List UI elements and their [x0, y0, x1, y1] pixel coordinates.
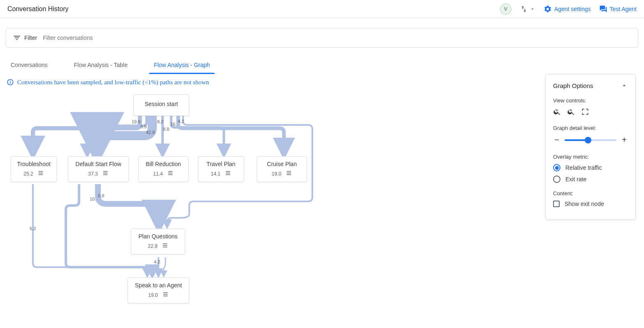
- radio-label: Exit rate: [565, 176, 586, 182]
- list-icon[interactable]: [102, 170, 109, 178]
- edge-label: 19.9: [132, 119, 140, 124]
- edge-label: 10.: [90, 196, 96, 201]
- node-metric: 19.0: [272, 171, 281, 177]
- page-title: Conversation History: [7, 5, 500, 13]
- node-title: Speak to an Agent: [135, 282, 182, 289]
- node-title: Travel Plan: [207, 161, 235, 167]
- filter-label-group: Filter: [13, 34, 37, 42]
- list-icon[interactable]: [162, 291, 169, 299]
- flow-edges-svg: [0, 86, 531, 328]
- node-title: Bill Reduction: [146, 161, 181, 167]
- edge-label: 6.9: [98, 193, 104, 198]
- chat-icon: [599, 5, 607, 13]
- list-icon[interactable]: [167, 170, 174, 178]
- node-metric: 37.3: [88, 171, 98, 177]
- gear-icon: [544, 5, 552, 13]
- radio-exit-rate[interactable]: Exit rate: [553, 176, 628, 183]
- list-icon[interactable]: [37, 170, 44, 178]
- zoom-in-icon[interactable]: [553, 108, 561, 116]
- filter-input[interactable]: [43, 35, 631, 41]
- chevron-down-icon: [530, 6, 535, 12]
- checkbox-icon: [553, 201, 560, 207]
- edge-label: 4.2: [154, 259, 160, 264]
- overlay-metric-label: Overlay metric:: [553, 154, 628, 160]
- list-icon[interactable]: [162, 242, 168, 250]
- node-speak-agent[interactable]: Speak to an Agent 19.0: [128, 277, 189, 303]
- slider-thumb[interactable]: [585, 137, 591, 143]
- content-label: Content:: [553, 190, 628, 196]
- detail-slider-row: − +: [553, 135, 628, 145]
- agent-settings-button[interactable]: Agent settings: [544, 5, 591, 13]
- detail-increase[interactable]: +: [621, 135, 628, 145]
- panel-title: Graph Options: [553, 82, 593, 89]
- tab-conversations[interactable]: Conversations: [6, 58, 53, 74]
- edge-label: 4.2: [178, 119, 184, 124]
- flow-canvas[interactable]: Session start Troubleshoot 25.2 Default …: [0, 86, 531, 328]
- panel-header[interactable]: Graph Options: [553, 82, 628, 89]
- node-default-start-flow[interactable]: Default Start Flow 37.3: [68, 156, 129, 182]
- filter-bar: Filter: [6, 28, 638, 48]
- node-travel-plan[interactable]: Travel Plan 14.1: [198, 156, 244, 182]
- filter-icon: [13, 34, 21, 42]
- zoom-out-icon[interactable]: [567, 108, 575, 116]
- edge-label: 42.8: [146, 130, 155, 135]
- radio-icon: [553, 164, 560, 171]
- radio-label: Relative traffic: [565, 164, 602, 171]
- node-cruise-plan[interactable]: Cruise Plan 19.0: [257, 156, 307, 182]
- fit-screen-icon[interactable]: [581, 108, 589, 116]
- tab-flow-graph[interactable]: Flow Analysis - Graph: [149, 58, 215, 74]
- edge-label: 9.5: [140, 124, 146, 129]
- detail-slider[interactable]: [565, 139, 616, 141]
- list-icon[interactable]: [286, 170, 292, 178]
- node-metric: 11.4: [153, 171, 163, 177]
- info-icon: [7, 79, 14, 86]
- node-session-start[interactable]: Session start: [133, 95, 189, 116]
- node-title: Plan Questions: [139, 233, 178, 240]
- radio-relative-traffic[interactable]: Relative traffic: [553, 164, 628, 171]
- view-controls: [553, 108, 628, 116]
- radio-icon: [553, 176, 560, 183]
- check-label: Show exit node: [565, 201, 604, 207]
- filter-label: Filter: [24, 35, 37, 41]
- avatar[interactable]: V: [500, 3, 511, 15]
- node-metric: 14.1: [211, 171, 220, 177]
- node-metric: 22.9: [148, 243, 157, 249]
- node-metric: 25.2: [23, 171, 33, 177]
- check-show-exit-node[interactable]: Show exit node: [553, 201, 628, 207]
- edge-label: 8.8: [163, 127, 169, 132]
- tabs: Conversations Flow Analysis - Table Flow…: [0, 58, 644, 74]
- node-title: Cruise Plan: [267, 161, 297, 167]
- view-controls-label: View controls:: [553, 97, 628, 104]
- swap-vert-icon: [520, 5, 528, 13]
- edge-label: 16.: [170, 122, 177, 127]
- list-icon[interactable]: [225, 170, 231, 178]
- test-agent-button[interactable]: Test Agent: [599, 5, 637, 13]
- agent-settings-label: Agent settings: [554, 6, 591, 12]
- node-metric: 19.0: [148, 292, 158, 298]
- edge-label: 5.2: [30, 226, 36, 231]
- header-actions: V Agent settings Test Agent: [500, 3, 637, 15]
- edge-label: 8.2: [157, 119, 163, 124]
- tab-flow-table[interactable]: Flow Analysis - Table: [69, 58, 133, 74]
- node-bill-reduction[interactable]: Bill Reduction 11.4: [138, 156, 188, 182]
- node-plan-questions[interactable]: Plan Questions 22.9: [131, 229, 185, 254]
- app-header: Conversation History V Agent settings Te…: [0, 0, 644, 18]
- node-title: Troubleshoot: [17, 161, 50, 167]
- node-troubleshoot[interactable]: Troubleshoot 25.2: [11, 156, 57, 182]
- avatar-letter: V: [504, 6, 508, 12]
- test-agent-label: Test Agent: [610, 6, 637, 12]
- detail-decrease[interactable]: −: [553, 135, 560, 145]
- chevron-up-icon[interactable]: [621, 82, 628, 89]
- detail-level-label: Graph detail level:: [553, 125, 628, 131]
- graph-options-panel: Graph Options View controls: Graph detai…: [545, 74, 636, 220]
- node-title: Default Start Flow: [75, 161, 121, 167]
- publish-button[interactable]: [520, 5, 535, 13]
- info-text: Conversations have been sampled, and low…: [17, 79, 209, 86]
- node-title: Session start: [145, 101, 178, 107]
